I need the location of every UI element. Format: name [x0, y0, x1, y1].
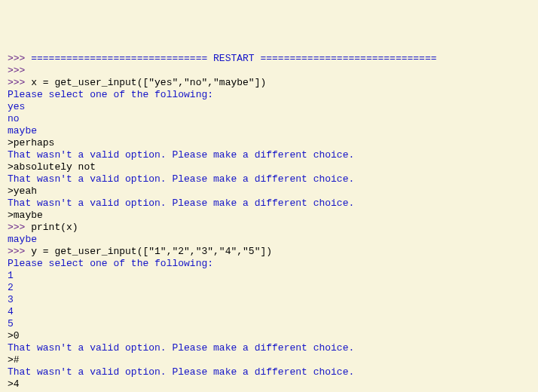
code-text: print(x) — [31, 222, 78, 233]
user-input-line: ># — [8, 354, 530, 366]
output-line: 3 — [8, 294, 530, 306]
prompt-empty: >>> — [8, 65, 530, 77]
prompt-token: >>> — [8, 222, 31, 233]
restart-left: ============================== — [25, 53, 213, 64]
user-input-line: >4 — [8, 378, 530, 390]
output-line: That wasn't a valid option. Please make … — [8, 366, 530, 378]
output-line: Please select one of the following: — [8, 258, 530, 270]
output-line: That wasn't a valid option. Please make … — [8, 198, 530, 210]
code-line: >>> x = get_user_input(["yes","no","mayb… — [8, 77, 530, 89]
user-input-line: >perhaps — [8, 137, 530, 149]
code-text: x = get_user_input(["yes","no","maybe"]) — [31, 77, 266, 88]
output-line: That wasn't a valid option. Please make … — [8, 149, 530, 161]
user-input-line: >maybe — [8, 210, 530, 222]
output-line: That wasn't a valid option. Please make … — [8, 173, 530, 185]
output-line: 1 — [8, 270, 530, 282]
idle-shell[interactable]: >>> ============================== RESTA… — [8, 53, 530, 392]
output-line: no — [8, 113, 530, 125]
prompt-token: >>> — [8, 246, 31, 257]
output-line: 2 — [8, 282, 530, 294]
restart-right: ============================== — [255, 53, 437, 64]
user-input-line: >absolutely not — [8, 161, 530, 173]
user-input-line: >yeah — [8, 185, 530, 198]
output-line: 4 — [8, 306, 530, 318]
output-line: That wasn't a valid option. Please make … — [8, 342, 530, 354]
output-line: Please select one of the following: — [8, 89, 530, 101]
prompt-token: >>> — [8, 77, 31, 88]
restart-banner: >>> ============================== RESTA… — [8, 53, 530, 65]
output-line: maybe — [8, 234, 530, 246]
restart-word: RESTART — [213, 53, 255, 64]
output-line: maybe — [8, 125, 530, 137]
code-line: >>> y = get_user_input(["1","2","3","4",… — [8, 246, 530, 258]
user-input-line: >0 — [8, 330, 530, 342]
prompt-token: >>> — [8, 53, 25, 64]
code-text: y = get_user_input(["1","2","3","4","5"]… — [31, 246, 272, 257]
output-line: 5 — [8, 318, 530, 330]
code-line: >>> print(x) — [8, 222, 530, 234]
output-line: yes — [8, 101, 530, 113]
